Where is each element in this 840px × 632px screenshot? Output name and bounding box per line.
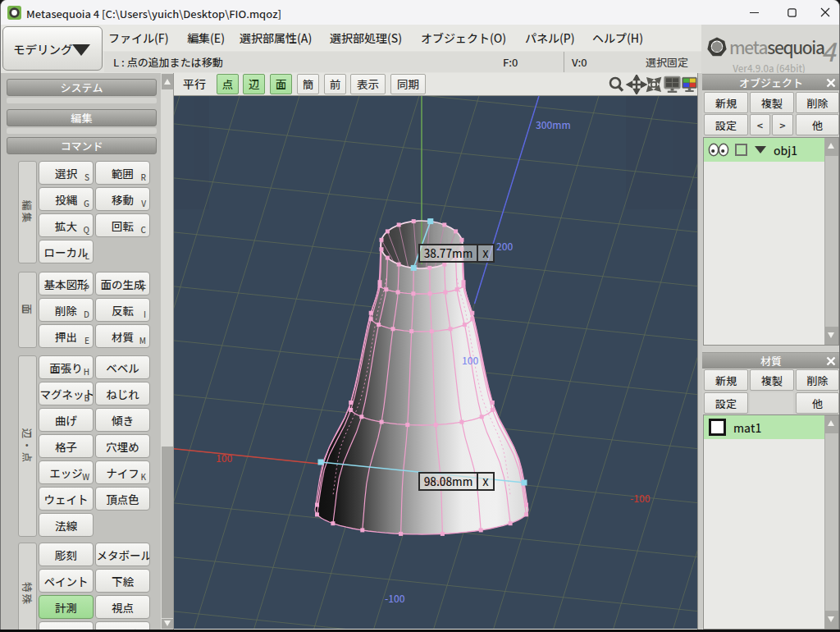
command-button[interactable]: ペイント bbox=[39, 569, 94, 593]
material-new-button[interactable]: 新規 bbox=[704, 369, 748, 391]
menu-item[interactable]: ファイル(F) bbox=[103, 25, 174, 51]
object-panel-close-icon[interactable] bbox=[825, 77, 837, 89]
window-title: Metasequoia 4 [C:\Users\yuich\Desktop\FI… bbox=[26, 6, 281, 21]
measurement-close-button[interactable]: X bbox=[477, 474, 493, 489]
object-next-button[interactable]: > bbox=[772, 114, 793, 135]
command-button[interactable]: 面張りH bbox=[39, 355, 94, 379]
scroll-up-button[interactable] bbox=[825, 415, 838, 433]
command-button[interactable]: 移動V bbox=[95, 187, 150, 211]
four-view-icon[interactable] bbox=[682, 75, 697, 94]
viewport-toggle-button[interactable]: 面 bbox=[270, 74, 292, 94]
menu-item[interactable]: 選択部処理(S) bbox=[325, 25, 407, 51]
command-button[interactable]: 削除D bbox=[39, 298, 94, 322]
command-button[interactable]: 傾き bbox=[95, 408, 150, 432]
command-button[interactable]: ローカルL bbox=[39, 240, 94, 263]
scroll-down-button[interactable] bbox=[825, 327, 838, 345]
menu-item[interactable]: 選択部属性(A) bbox=[235, 25, 317, 51]
viewport-toggle-button[interactable]: 前 bbox=[324, 74, 346, 94]
material-panel-header[interactable]: 材質 bbox=[702, 352, 839, 369]
command-button[interactable]: 基本図形P bbox=[39, 272, 94, 295]
object-settings-button[interactable]: 設定 bbox=[704, 114, 748, 135]
object-prev-button[interactable]: < bbox=[750, 114, 770, 135]
material-panel-close-icon[interactable] bbox=[825, 355, 837, 367]
object-delete-button[interactable]: 削除 bbox=[796, 92, 839, 113]
viewport-toggle-button[interactable]: 辺 bbox=[243, 74, 265, 94]
command-button[interactable]: 範囲R bbox=[95, 161, 150, 185]
command-button[interactable]: 下絵 bbox=[95, 569, 150, 593]
material-duplicate-button[interactable]: 複製 bbox=[750, 369, 794, 391]
scroll-up-button[interactable] bbox=[825, 138, 838, 156]
material-delete-button[interactable]: 削除 bbox=[796, 369, 839, 391]
command-button[interactable]: ベベル bbox=[95, 355, 150, 379]
command-button[interactable]: 回転C bbox=[95, 213, 150, 237]
object-lock-checkbox[interactable] bbox=[735, 144, 747, 156]
command-button[interactable]: 選択S bbox=[39, 161, 94, 185]
sidebar-section-header[interactable]: システム bbox=[7, 79, 157, 96]
single-view-icon[interactable] bbox=[664, 75, 681, 94]
sidebar-section-header[interactable]: 編集 bbox=[7, 109, 157, 126]
command-button[interactable]: 反転I bbox=[95, 298, 150, 322]
shortcut-key-label: S bbox=[84, 171, 89, 183]
selection-lock-toggle[interactable]: 選択固定 bbox=[632, 52, 702, 72]
command-button[interactable]: メタボール bbox=[95, 543, 150, 566]
material-other-button[interactable]: 他 bbox=[796, 392, 839, 414]
viewport-toggle-button[interactable]: 表示 bbox=[350, 74, 386, 94]
command-button[interactable]: 投縄G bbox=[39, 187, 94, 211]
rotate-view-icon[interactable] bbox=[641, 75, 666, 94]
object-duplicate-button[interactable]: 複製 bbox=[750, 92, 794, 113]
command-button[interactable]: 穴埋め bbox=[95, 434, 150, 458]
measurement-close-button[interactable]: X bbox=[477, 245, 493, 261]
scroll-down-button[interactable] bbox=[162, 619, 173, 629]
command-button[interactable]: パス複製 bbox=[95, 621, 150, 630]
object-other-button[interactable]: 他 bbox=[796, 114, 839, 135]
vertex-count: V:0 bbox=[564, 52, 633, 72]
scroll-down-button[interactable] bbox=[825, 611, 838, 629]
command-button[interactable]: 面の生成F bbox=[95, 272, 150, 295]
command-button[interactable]: 彫刻 bbox=[39, 543, 94, 566]
command-button[interactable]: 押出E bbox=[39, 324, 94, 348]
viewport-3d[interactable]: 300mm 200 100 -100 100 -100 0mm 38.77mm … bbox=[174, 96, 697, 629]
visibility-eyes-icon[interactable] bbox=[708, 143, 729, 157]
material-list-scrollbar[interactable] bbox=[824, 415, 838, 629]
viewport-toggle-button[interactable]: 点 bbox=[217, 74, 239, 94]
projection-mode-label[interactable]: 平行 bbox=[183, 73, 206, 95]
minimize-button[interactable] bbox=[735, 0, 773, 25]
command-button[interactable]: ウェイト bbox=[39, 487, 94, 511]
scrollbar-thumb[interactable] bbox=[162, 447, 173, 618]
shortcut-key-label: W bbox=[82, 470, 89, 483]
object-panel-header[interactable]: オブジェクト bbox=[702, 74, 839, 90]
command-button[interactable]: 視点 bbox=[95, 595, 150, 619]
command-button[interactable]: 計測 bbox=[39, 595, 94, 619]
object-list-item[interactable]: obj1 bbox=[704, 138, 825, 162]
expand-arrow-icon[interactable] bbox=[755, 146, 766, 153]
menu-item[interactable]: パネル(P) bbox=[520, 25, 580, 51]
command-button[interactable]: 拡大Q bbox=[39, 213, 94, 237]
command-button[interactable]: 法線 bbox=[39, 513, 94, 537]
menu-item[interactable]: オブジェクト(O) bbox=[416, 25, 511, 51]
command-button[interactable]: ねじれ bbox=[95, 382, 150, 405]
sidebar-section-header[interactable]: コマンド bbox=[7, 137, 157, 154]
brand-logo: metasequoia 4 Ver4.9.0a (64bit) bbox=[701, 25, 839, 73]
material-settings-button[interactable]: 設定 bbox=[704, 392, 748, 414]
mode-selector-button[interactable]: モデリング bbox=[2, 26, 103, 71]
material-list-item[interactable]: mat1 bbox=[704, 415, 825, 439]
command-button[interactable]: 材質M bbox=[95, 324, 150, 348]
viewport-toggle-button[interactable]: 同期 bbox=[390, 74, 426, 94]
viewport-toggle-button[interactable]: 簡 bbox=[297, 74, 319, 94]
command-button[interactable]: 頂点色 bbox=[95, 487, 150, 511]
scroll-up-button[interactable] bbox=[162, 74, 173, 89]
object-new-button[interactable]: 新規 bbox=[704, 92, 748, 113]
menu-item[interactable]: ヘルプ(H) bbox=[587, 25, 648, 51]
command-button[interactable]: 格子 bbox=[39, 434, 94, 458]
close-button[interactable] bbox=[806, 0, 839, 25]
object-list-scrollbar[interactable] bbox=[824, 138, 838, 345]
command-button[interactable]: アーマチュア bbox=[39, 621, 94, 630]
maximize-button[interactable] bbox=[773, 0, 810, 25]
material-color-swatch[interactable] bbox=[709, 419, 726, 436]
command-button[interactable]: ナイフK bbox=[95, 460, 150, 484]
command-button[interactable]: マグネットB bbox=[39, 382, 94, 405]
menu-item[interactable]: 編集(E) bbox=[182, 25, 230, 51]
command-button[interactable]: 曲げ bbox=[39, 408, 94, 432]
command-button[interactable]: エッジW bbox=[39, 460, 94, 484]
sidebar-scrollbar[interactable] bbox=[161, 73, 174, 630]
